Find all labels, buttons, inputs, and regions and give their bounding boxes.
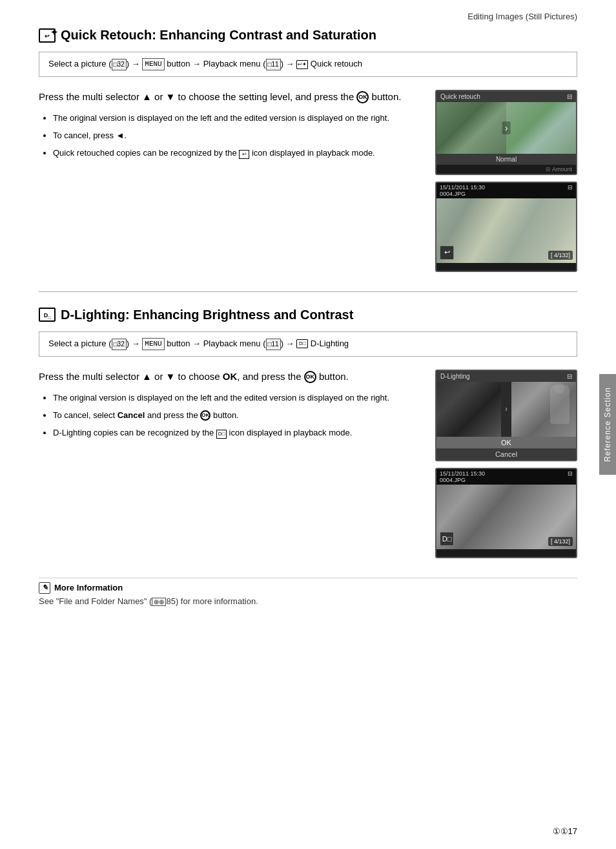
section1-breadcrumb: Select a picture (□32) → MENU button → P… — [39, 52, 577, 77]
menu-kbd-1: MENU — [142, 58, 164, 71]
more-info-heading: ✎ More Information — [39, 582, 577, 594]
dlighting-arrow: › — [501, 382, 511, 437]
playback-counter-1: [ 4/132] — [548, 251, 573, 260]
dlighting-header: D-Lighting ⊟ — [436, 371, 576, 382]
bullet-3: Quick retouched copies can be recognized… — [53, 147, 422, 160]
quick-retouch-icon: ✦↩ — [39, 28, 56, 43]
screen1-amount: ⊞ — [546, 166, 552, 173]
ok-button-circle-2: OK — [304, 371, 316, 383]
menu-kbd-2: MENU — [142, 338, 164, 351]
playback-screen1-header: 15/11/2011 15:30 0004.JPG ⊟ — [436, 183, 576, 198]
quick-retouch-icon-inline: ↩✦ — [296, 60, 308, 69]
screen1-label: Normal — [496, 156, 517, 163]
playback-date-2: 15/11/2011 15:30 0004.JPG — [440, 470, 485, 483]
dlighting-menu: OK Cancel — [436, 437, 576, 460]
page-header-text: Editing Images (Still Pictures) — [467, 12, 577, 21]
section1-text: Press the multi selector ▲ or ▼ to choos… — [39, 90, 422, 164]
screen1-icon: ⊟ — [567, 93, 572, 100]
screen1-title: Quick retouch — [440, 93, 480, 100]
dlighting-left-image — [436, 382, 501, 437]
ref1-badge: □32 — [112, 59, 127, 70]
section2-images: D-Lighting ⊟ › OK — [435, 370, 577, 558]
dlighting-right-image — [511, 382, 576, 437]
bullet-6: D-Lighting copies can be recognized by t… — [53, 426, 422, 440]
screen1-footer: Normal — [436, 154, 576, 165]
screen1-right-image — [506, 102, 576, 154]
section2-body: Press the multi selector ▲ or ▼ to choos… — [39, 370, 577, 558]
section1-heading: Press the multi selector ▲ or ▼ to choos… — [39, 90, 422, 105]
page-header: Editing Images (Still Pictures) — [0, 0, 616, 28]
playback-image-2: D□ [ 4/132] — [436, 485, 576, 549]
more-info-icon: ✎ — [39, 582, 50, 594]
page-number: ①①17 — [553, 826, 577, 836]
bullet-1: The original version is displayed on the… — [53, 112, 422, 125]
silhouette-head — [554, 383, 564, 393]
section-quick-retouch: ✦↩ Quick Retouch: Enhancing Contrast and… — [39, 28, 577, 272]
more-info-title: More Information — [54, 583, 123, 592]
bullet-2: To cancel, press ◄. — [53, 129, 422, 143]
section2-bullets: The original version is displayed on the… — [39, 392, 422, 439]
section1-images: Quick retouch ⊟ › Normal ⊞ Amount — [435, 90, 577, 272]
section1-title: ✦↩ Quick Retouch: Enhancing Contrast and… — [39, 28, 577, 43]
playback-screen-2: 15/11/2011 15:30 0004.JPG ⊟ D□ [ 4/132] — [435, 468, 577, 558]
screen1-header: Quick retouch ⊟ — [436, 91, 576, 102]
quick-retouch-screen: Quick retouch ⊟ › Normal ⊞ Amount — [435, 90, 577, 175]
section-d-lighting: D□ D-Lighting: Enhancing Brightness and … — [39, 308, 577, 558]
playback-screen-1: 15/11/2011 15:30 0004.JPG ⊟ ↩ [ 4/132] — [435, 182, 577, 272]
section2-heading: Press the multi selector ▲ or ▼ to choos… — [39, 370, 422, 384]
screen1-body: › — [436, 102, 576, 154]
more-info-section: ✎ More Information See "File and Folder … — [39, 578, 577, 606]
dlighting-title: D-Lighting — [440, 373, 470, 380]
section2-breadcrumb: Select a picture (□32) → MENU button → P… — [39, 331, 577, 357]
screen1-footer2: ⊞ Amount — [436, 165, 576, 174]
section1-body: Press the multi selector ▲ or ▼ to choos… — [39, 90, 577, 272]
playback-date: 15/11/2011 15:30 0004.JPG — [440, 184, 485, 197]
d-lighting-screen: D-Lighting ⊟ › OK — [435, 370, 577, 461]
ref2-badge: □11 — [266, 59, 281, 70]
playback-icon-2: D□ — [440, 532, 454, 546]
section-divider — [39, 291, 577, 292]
dlighting-ok: OK — [436, 437, 576, 448]
playback-image-1: ↩ [ 4/132] — [436, 198, 576, 263]
d-lighting-icon-inline: D□ — [296, 339, 308, 348]
ref3-badge: □32 — [112, 339, 127, 350]
dlighting-cancel: Cancel — [436, 448, 576, 460]
playback-counter-2: [ 4/132] — [548, 537, 573, 546]
playback-screen2-header: 15/11/2011 15:30 0004.JPG ⊟ — [436, 469, 576, 485]
more-info-text: See "File and Folder Names" (⊕⊕85) for m… — [39, 596, 577, 606]
bullet-5: To cancel, select Cancel and press the O… — [53, 409, 422, 423]
ok-btn-small: OK — [200, 410, 210, 421]
ref4-badge: □11 — [266, 339, 281, 350]
d-lighting-icon: D□ — [39, 308, 56, 322]
book-ref-icon: ⊕⊕ — [152, 598, 166, 606]
screen1-arrow: › — [502, 121, 511, 134]
bullet-4: The original version is displayed on the… — [53, 392, 422, 405]
section1-bullets: The original version is displayed on the… — [39, 112, 422, 160]
dlighting-images: › — [436, 382, 576, 437]
playback-icon-1: ↩ — [440, 246, 454, 260]
ok-button-circle: OK — [356, 91, 369, 103]
section2-title-text: D-Lighting: Enhancing Brightness and Con… — [61, 308, 353, 322]
section2-text: Press the multi selector ▲ or ▼ to choos… — [39, 370, 422, 444]
section1-title-text: Quick Retouch: Enhancing Contrast and Sa… — [61, 28, 376, 43]
section2-title: D□ D-Lighting: Enhancing Brightness and … — [39, 308, 577, 322]
reference-section-tab: Reference Section — [599, 374, 616, 475]
screen1-left-image — [436, 102, 506, 154]
